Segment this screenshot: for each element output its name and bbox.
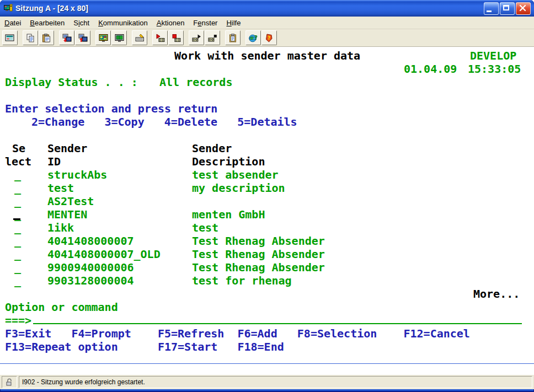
row-sender-description: test — [192, 221, 218, 234]
header-se: Se — [12, 142, 25, 155]
menu-hilfe[interactable]: Hilfe — [222, 18, 245, 28]
paste-icon[interactable] — [39, 30, 54, 45]
row-sender-id: 9900940000006 — [47, 261, 134, 274]
row-select-field[interactable]: _ — [14, 261, 21, 274]
header-lect: lect — [5, 155, 31, 168]
menu-bar: Datei Bearbeiten Sicht Kommunikation Akt… — [0, 17, 534, 29]
row-sender-id: test — [47, 181, 74, 195]
row-select-field[interactable]: _ — [14, 221, 21, 234]
row-sender-id: 1ikk — [47, 221, 74, 234]
display-status-value: All records — [159, 76, 232, 89]
row-sender-id: 4041408000007 — [47, 234, 134, 248]
minimize-icon — [487, 10, 492, 12]
system-name: DEVELOP — [470, 49, 516, 62]
header-description: Description — [192, 155, 265, 168]
row-select-field[interactable]: _ — [14, 274, 21, 287]
row-sender-description: menten GmbH — [192, 208, 265, 221]
instruction-line: Enter selection and press return — [5, 102, 217, 115]
maximize-icon — [503, 5, 509, 10]
terminal-screen[interactable]: Work with sender master data DEVELOP 01.… — [0, 47, 534, 375]
row-sender-id: 9903128000004 — [47, 274, 134, 287]
window-title: Sitzung A - [24 x 80] — [15, 4, 483, 13]
row-select-field[interactable]: _ — [14, 248, 21, 261]
screen-time: 15:33:05 — [468, 62, 521, 76]
menu-sicht[interactable]: Sicht — [69, 18, 94, 28]
close-icon — [516, 3, 529, 13]
close-button[interactable] — [516, 2, 531, 15]
svg-text:?: ? — [254, 34, 258, 40]
row-select-field[interactable]: _ — [14, 195, 21, 208]
row-select-field[interactable]: _ — [14, 234, 21, 248]
toolbar: ? ? — [0, 29, 534, 47]
row-sender-description: test for rhenag — [192, 274, 292, 287]
row-sender-id: 4041408000007_OLD — [47, 248, 161, 261]
stop-macro-icon[interactable] — [205, 30, 220, 45]
row-sender-description: Test Rhenag Absender — [192, 248, 325, 261]
connection-status-cell — [2, 376, 17, 388]
send-file-icon[interactable] — [59, 30, 74, 45]
oia-separator — [0, 363, 534, 364]
menu-aktionen[interactable]: Aktionen — [152, 18, 189, 28]
row-sender-description: Test Rhenag Absender — [192, 234, 325, 248]
fkeys-row-1: F3=Exit F4=Prompt F5=Refresh F6=Add F8=S… — [5, 327, 470, 340]
emulator-window: Sitzung A - [24 x 80] Datei Bearbeiten S… — [0, 0, 534, 392]
row-sender-id: MENTEN — [47, 208, 87, 221]
display-setup-icon[interactable] — [95, 30, 111, 45]
row-sender-id: struckAbs — [47, 168, 107, 181]
unlocked-icon — [5, 378, 14, 386]
header-sender: Sender — [47, 142, 87, 155]
option-legend: 2=Change 3=Copy 4=Delete 5=Details — [31, 115, 297, 128]
header-sender2: Sender — [192, 142, 232, 155]
status-message: I902 - Sitzung wurde erfolgreich gestart… — [19, 376, 532, 388]
row-sender-id: AS2Test — [47, 195, 94, 208]
row-sender-description: my description — [192, 181, 285, 195]
screen-date: 01.04.09 — [404, 62, 457, 76]
status-bar: I902 - Sitzung wurde erfolgreich gestart… — [0, 375, 534, 389]
menu-kommunikation[interactable]: Kommunikation — [94, 18, 152, 28]
command-arrow: ===> — [5, 314, 31, 327]
screen-title: Work with sender master data — [174, 49, 360, 62]
header-id: ID — [47, 155, 61, 168]
context-help-icon[interactable]: ? — [261, 30, 277, 45]
more-indicator: More... — [473, 287, 520, 300]
new-session-icon[interactable] — [2, 30, 18, 45]
app-icon — [3, 3, 13, 13]
stop-record-icon[interactable] — [168, 30, 184, 45]
row-sender-description: Test Rhenag Absender — [192, 261, 325, 274]
menu-datei[interactable]: Datei — [0, 18, 25, 28]
minimize-button[interactable] — [484, 2, 499, 15]
row-select-field[interactable]: _ — [14, 181, 21, 195]
receive-file-icon[interactable] — [75, 30, 90, 45]
copy-icon[interactable] — [23, 30, 38, 45]
maximize-button[interactable] — [500, 2, 515, 15]
display-status-label: Display Status . . : — [5, 76, 138, 89]
svg-text:?: ? — [268, 35, 270, 40]
clipboard-icon[interactable] — [225, 30, 241, 45]
record-macro-icon[interactable] — [152, 30, 168, 45]
command-label: Option or command — [5, 300, 118, 314]
keyboard-setup-icon[interactable] — [132, 30, 147, 45]
title-bar[interactable]: Sitzung A - [24 x 80] — [0, 0, 534, 17]
menu-bearbeiten[interactable]: Bearbeiten — [25, 18, 69, 28]
row-select-field[interactable]: _ — [14, 168, 21, 181]
row-sender-description: test absender — [192, 168, 279, 181]
display-attributes-icon[interactable] — [111, 30, 127, 45]
text-cursor — [13, 218, 20, 220]
online-help-icon[interactable]: ? — [245, 30, 261, 45]
menu-fenster[interactable]: Fenster — [189, 18, 222, 28]
fkeys-row-2: F13=Repeat option F17=Start F18=End — [5, 340, 284, 353]
command-input[interactable] — [33, 323, 522, 324]
play-macro-icon[interactable] — [189, 30, 204, 45]
